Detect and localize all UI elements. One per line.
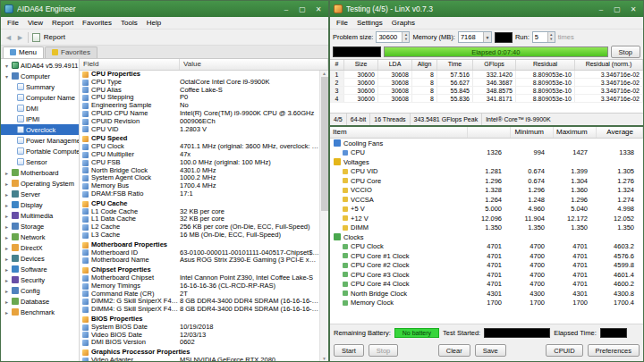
spinner-arrows-icon[interactable]: ▲▼: [547, 32, 555, 42]
report-button[interactable]: Report: [44, 33, 65, 41]
menu-graphs[interactable]: Graphs: [387, 19, 419, 27]
field-row-l3-cache[interactable]: L3 Cache16 MB (On-Die, ECC, Full-Speed): [80, 232, 319, 240]
column-header-item[interactable]: Item: [330, 127, 468, 138]
field-row-motherboard-id[interactable]: Motherboard ID63-0100-000011-00101111-04…: [80, 249, 319, 257]
field-row-motherboard-chipset[interactable]: Motherboard ChipsetIntel Cannon Point Z3…: [80, 274, 319, 282]
tree-item-display[interactable]: ▸Display: [1, 199, 79, 210]
sensor-item-cpu-core-3-clock[interactable]: CPU Core #3 Clock4701470047014601.4: [330, 270, 643, 280]
sensor-item-cpu-core-2-clock[interactable]: CPU Core #2 Clock4701470047014599.8: [330, 261, 643, 271]
tree-item-directx[interactable]: ▸DirectX: [1, 242, 79, 253]
column-header-align[interactable]: Align: [412, 60, 437, 70]
start-button[interactable]: Start: [334, 344, 364, 357]
field-row-cpu-clock[interactable]: CPU Clock4701.1 MHz (original: 3600 MHz,…: [80, 143, 319, 151]
field-row-cpu-vid[interactable]: CPU VID1.2803 V: [80, 126, 319, 134]
field-row-dimm4-g-skill-sniperx-f4-3400c16-8gsxw[interactable]: DIMM4: G Skill SniperX F4-3400C16-8GSXW8…: [80, 306, 319, 314]
spinner-arrows-icon[interactable]: ▲▼: [402, 32, 409, 42]
problem-size-input[interactable]: 30600 ▲▼: [376, 31, 410, 43]
menu-tools[interactable]: Tools: [116, 19, 142, 27]
sensor-group-voltages[interactable]: Voltages: [330, 157, 643, 167]
field-row-l2-cache[interactable]: L2 Cache256 KB per core (On-Die, ECC, Fu…: [80, 223, 319, 232]
field-row-engineering-sample[interactable]: Engineering SampleNo: [80, 102, 319, 110]
menu-report[interactable]: Report: [47, 19, 78, 27]
sensor-item-dimm[interactable]: DIMM1.3501.3501.3501.350: [330, 223, 643, 233]
tree-item-server[interactable]: ▸Server: [1, 189, 79, 199]
tree-item-sensor[interactable]: Sensor: [1, 156, 79, 167]
scrollbar-thumb[interactable]: [321, 77, 328, 211]
tree-item-ipmi[interactable]: IPMI: [1, 114, 79, 124]
sensor-item-cpu-core-4-clock[interactable]: CPU Core #4 Clock4701470047014600.2: [330, 280, 643, 290]
column-header-field[interactable]: Field: [80, 59, 180, 70]
sensor-item-cpu-core[interactable]: CPU Core1.2960.6741.3041.276: [330, 176, 643, 186]
tab-menu[interactable]: Menu: [3, 46, 44, 58]
menu-settings[interactable]: Settings: [352, 19, 387, 27]
menu-help[interactable]: Help: [142, 19, 165, 27]
maximize-icon[interactable]: ▢: [296, 5, 309, 13]
tree-item-overclock[interactable]: Overclock: [1, 124, 79, 135]
scroll-down-icon[interactable]: ▼: [322, 356, 326, 361]
tree-item-storage[interactable]: ▸Storage: [1, 221, 79, 232]
field-row-cpuid-cpu-name[interactable]: CPUID CPU NameIntel(R) Core(TM) i9-9900K…: [80, 110, 319, 118]
menu-view[interactable]: View: [23, 19, 47, 27]
column-header-size[interactable]: Size: [344, 60, 378, 70]
tree-item-software[interactable]: ▸Software: [1, 264, 79, 274]
sensor-item-5-v[interactable]: +5 V5.0004.9605.0404.998: [330, 205, 643, 215]
tree-item-power-management[interactable]: Power Management: [1, 135, 79, 146]
section-header-chipset-properties[interactable]: Chipset Properties: [80, 266, 319, 274]
column-header-current[interactable]: [468, 127, 511, 138]
sensor-group-cooling-fans[interactable]: Cooling Fans: [330, 139, 643, 148]
tree-item-dmi[interactable]: DMI: [1, 103, 79, 114]
sensor-item-cpu[interactable]: CPU132699414271338: [330, 148, 643, 158]
sensor-item-memory-clock[interactable]: Memory Clock1700170017001700.4: [330, 299, 643, 308]
tree-item-devices[interactable]: ▸Devices: [1, 253, 79, 264]
cpuid-button[interactable]: CPUID: [546, 344, 582, 357]
sensor-item-vccsa[interactable]: VCCSA1.2641.2481.2961.274: [330, 195, 643, 205]
sensor-group-clocks[interactable]: Clocks: [330, 232, 643, 242]
section-header-cpu-properties[interactable]: CPU Properties: [80, 71, 319, 79]
tree-item-operating-system[interactable]: ▸Operating System: [1, 178, 79, 189]
sensor-item-12-v[interactable]: +12 V12.09611.90412.17212.052: [330, 214, 643, 223]
menu-file[interactable]: File: [332, 19, 352, 27]
tree-item-multimedia[interactable]: ▸Multimedia: [1, 210, 79, 221]
memory-input[interactable]: 7168 ▼: [458, 31, 492, 43]
close-icon[interactable]: ✕: [312, 5, 325, 13]
menu-file[interactable]: File: [3, 19, 23, 27]
field-row-motherboard-name[interactable]: Motherboard NameAsus ROG Strix Z390-E Ga…: [80, 257, 319, 265]
field-row-cpu-stepping[interactable]: CPU SteppingP0: [80, 94, 319, 102]
field-row-memory-timings[interactable]: Memory Timings16-16-16-36 (CL-RCD-RP-RAS…: [80, 282, 319, 290]
column-header-maximum[interactable]: Maximum: [554, 127, 597, 138]
linx-titlebar[interactable]: Testing (4/5) - LinX v0.7.3 – ▢ ✕: [330, 1, 643, 17]
tree-item-summary[interactable]: Summary: [1, 81, 79, 92]
section-header-graphics-processor-properties[interactable]: Graphics Processor Properties: [80, 349, 319, 357]
field-row-l1-code-cache[interactable]: L1 Code Cache32 KB per core: [80, 208, 319, 216]
field-row-cpu-fsb[interactable]: CPU FSB100.0 MHz (original: 100 MHz): [80, 159, 319, 167]
clear-button[interactable]: Clear: [438, 344, 470, 357]
section-header-cpu-cache[interactable]: CPU Cache: [80, 200, 319, 208]
field-row-dmi-bios-version[interactable]: DMI BIOS Version0602: [80, 339, 319, 347]
tree-root[interactable]: ▾AIDA64 v5.99.4911 Beta: [1, 60, 79, 71]
field-row-cpuid-revision[interactable]: CPUID Revision000906ECh: [80, 118, 319, 126]
menu-favorites[interactable]: Favorites: [78, 19, 116, 27]
field-row-cpu-multiplier[interactable]: CPU Multiplier47x: [80, 151, 319, 159]
field-row-system-bios-date[interactable]: System BIOS Date10/19/2018: [80, 324, 319, 332]
back-icon[interactable]: ◄: [4, 33, 13, 42]
column-header-value[interactable]: Value: [180, 59, 328, 70]
field-row-video-adapter[interactable]: Video AdapterMSI NVIDIA GeForce RTX 2080: [80, 357, 319, 361]
section-header-cpu-speed[interactable]: CPU Speed: [80, 135, 319, 143]
field-row-dram-fsb-ratio[interactable]: DRAM:FSB Ratio17:1: [80, 190, 319, 198]
tree-item-computer[interactable]: ▾Computer: [1, 71, 79, 81]
tab-favorites[interactable]: Favorites: [45, 46, 97, 58]
field-row-l1-data-cache[interactable]: L1 Data Cache32 KB per core: [80, 215, 319, 223]
minimize-icon[interactable]: –: [280, 5, 292, 13]
stop-button[interactable]: Stop: [611, 46, 640, 58]
dropdown-icon[interactable]: ▼: [483, 32, 491, 42]
tree-item-computer-name[interactable]: Computer Name: [1, 92, 79, 103]
field-row-command-rate-cr[interactable]: Command Rate (CR)2T: [80, 290, 319, 299]
field-row-memory-bus[interactable]: Memory Bus1700.4 MHz: [80, 182, 319, 190]
tree-item-portable-computer[interactable]: Portable Computer: [1, 146, 79, 156]
column-header-time[interactable]: Time: [437, 60, 473, 70]
section-header-bios-properties[interactable]: BIOS Properties: [80, 316, 319, 324]
sensor-item-cpu-clock[interactable]: CPU Clock4701470047014603.2: [330, 242, 643, 252]
save-button[interactable]: Save: [475, 344, 506, 357]
sensor-item-cpu-core-1-clock[interactable]: CPU Core #1 Clock4701470047014576.6: [330, 251, 643, 261]
tree-item-database[interactable]: ▸Database: [1, 296, 79, 307]
